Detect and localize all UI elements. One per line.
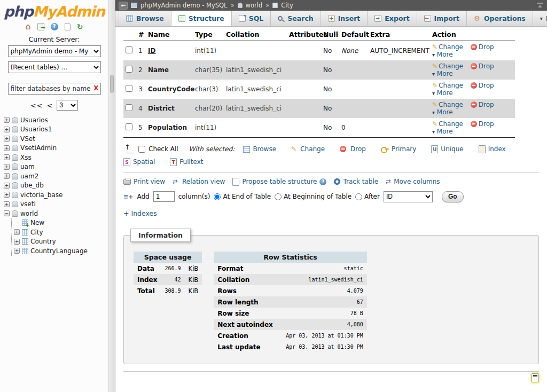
column-name[interactable]: District	[146, 99, 193, 118]
documentation-icon[interactable]	[65, 23, 71, 30]
sidebar-item-vset[interactable]: + VSet	[4, 134, 108, 144]
tab-sql[interactable]: SQL	[232, 11, 271, 26]
at-end-radio[interactable]	[214, 193, 221, 200]
radio-after[interactable]: After	[355, 193, 380, 200]
expand-icon[interactable]: +	[4, 136, 10, 142]
column-name[interactable]: Name	[146, 60, 193, 80]
change-link[interactable]: ✎Change	[432, 43, 463, 51]
sidebar-item-uam[interactable]: + uam	[4, 162, 108, 172]
more-link[interactable]: ▾ More	[432, 108, 453, 116]
collapse-icon[interactable]: −	[4, 210, 10, 216]
row-checkbox[interactable]	[126, 66, 132, 73]
drop-link[interactable]: Drop	[471, 62, 494, 70]
after-column-select[interactable]: ID	[384, 191, 433, 202]
more-link[interactable]: ▾ More	[432, 128, 453, 135]
more-link[interactable]: ▾ More	[432, 89, 453, 97]
sidebar-item-world[interactable]: − world	[4, 209, 108, 218]
drop-link[interactable]: Drop	[471, 43, 494, 51]
breadcrumb-table[interactable]: City	[281, 2, 293, 9]
tab-structure[interactable]: Structure	[171, 11, 232, 26]
drop-link[interactable]: Drop	[471, 101, 494, 108]
more-link[interactable]: ▾ More	[432, 70, 453, 77]
print-view-link[interactable]: Print view	[123, 178, 165, 185]
sidebar-item-city[interactable]: + City	[14, 228, 108, 237]
sidebar-item-usuarios1[interactable]: + Usuarios1	[4, 125, 108, 135]
expand-icon[interactable]: +	[4, 173, 10, 179]
expand-icon[interactable]: +	[4, 117, 10, 123]
expand-icon[interactable]: +	[4, 145, 10, 151]
tab-import[interactable]: Import	[417, 11, 467, 26]
go-button[interactable]: Go	[442, 191, 464, 202]
relation-view-link[interactable]: ⇄Relation view	[173, 178, 225, 185]
track-table-link[interactable]: Track table	[334, 178, 378, 185]
tab-search[interactable]: Search	[271, 11, 321, 26]
at-beginning-radio[interactable]	[275, 193, 282, 200]
column-name[interactable]: CountryCode	[146, 80, 193, 99]
tab-more[interactable]: ▾More	[533, 11, 547, 26]
divider-handle[interactable]	[110, 75, 114, 93]
filter-databases-input[interactable]	[8, 83, 101, 95]
change-link[interactable]: ✎Change	[432, 101, 463, 108]
sidebar-item-xss[interactable]: + Xss	[4, 153, 108, 162]
sidebar-resize-divider[interactable]	[108, 0, 115, 392]
selected-unique-button[interactable]: UUnique	[431, 145, 463, 153]
radio-at-beginning[interactable]: At Beginning of Table	[275, 193, 351, 200]
column-name-primary[interactable]: ID	[148, 47, 155, 54]
reload-icon[interactable]: ↻	[77, 23, 83, 30]
row-checkbox[interactable]	[126, 104, 132, 111]
expand-icon[interactable]: +	[4, 192, 10, 198]
sidebar-item-vseti[interactable]: + vseti	[4, 200, 108, 209]
sidebar-item-uam2[interactable]: + uam2	[4, 171, 108, 181]
row-checkbox[interactable]	[126, 46, 132, 53]
tab-operations[interactable]: ⚙Operations	[467, 11, 533, 26]
page-select[interactable]: 3	[57, 100, 78, 111]
column-name[interactable]: Population	[146, 118, 193, 138]
back-button[interactable]: ←	[119, 2, 128, 10]
expand-icon[interactable]: +	[4, 164, 10, 170]
tab-browse[interactable]: Browse	[119, 11, 171, 26]
selected-spatial-button[interactable]: SSpatial	[123, 158, 155, 166]
drop-link[interactable]: Drop	[471, 120, 494, 128]
change-link[interactable]: ✎Change	[432, 82, 463, 89]
sidebar-item-usuarios[interactable]: + Usuarios	[4, 115, 108, 125]
help-badge-icon[interactable]: ?	[319, 178, 326, 185]
collapse-console-icon[interactable]	[536, 2, 544, 9]
change-link[interactable]: ✎Change	[432, 62, 463, 70]
expand-icon[interactable]: +	[4, 127, 10, 132]
expand-icon[interactable]: +	[14, 248, 20, 254]
sidebar-item-ube-db[interactable]: + ube_db	[4, 181, 108, 191]
tab-export[interactable]: Export	[368, 11, 417, 26]
selected-browse-button[interactable]: Browse	[243, 145, 276, 153]
expand-icon[interactable]: +	[4, 154, 10, 160]
row-checkbox[interactable]	[126, 123, 132, 130]
tab-insert[interactable]: +Insert	[321, 11, 368, 26]
propose-structure-link[interactable]: Propose table structure?	[232, 178, 326, 186]
indexes-link[interactable]: + Indexes	[123, 209, 157, 217]
expand-icon[interactable]: +	[14, 239, 20, 245]
pager-first[interactable]: <<	[30, 101, 43, 109]
pager-prev[interactable]: <	[46, 101, 53, 109]
add-column-count-input[interactable]	[153, 191, 175, 202]
selected-primary-button[interactable]: Primary	[381, 145, 416, 153]
selected-fulltext-button[interactable]: TFulltext	[170, 158, 203, 166]
open-new-window-icon[interactable]	[532, 373, 539, 382]
change-link[interactable]: ✎Change	[432, 120, 463, 128]
logout-icon[interactable]	[37, 23, 44, 30]
radio-at-end[interactable]: At End of Table	[214, 193, 271, 200]
recent-tables-select[interactable]: (Recent tables) ...	[8, 61, 101, 73]
breadcrumb-database[interactable]: world	[246, 2, 263, 9]
expand-icon[interactable]: +	[4, 201, 10, 207]
sidebar-item-countrylanguage[interactable]: + CountryLanguage	[14, 246, 108, 256]
check-all-label[interactable]: Check All	[149, 145, 178, 153]
breadcrumb-server[interactable]: phpMyAdmin demo - MySQL	[140, 2, 227, 9]
row-checkbox[interactable]	[126, 85, 132, 92]
move-columns-link[interactable]: ⇄Move columns	[386, 178, 440, 185]
after-radio[interactable]	[355, 193, 362, 200]
sidebar-item-new-table[interactable]: New	[14, 218, 108, 228]
sidebar-item-victoria-base[interactable]: + victoria_base	[4, 190, 108, 200]
selected-drop-button[interactable]: Drop	[340, 145, 366, 153]
home-icon[interactable]: ⌂	[26, 23, 31, 30]
help-icon[interactable]: ?	[51, 23, 58, 30]
selected-index-button[interactable]: Index	[479, 145, 506, 153]
drop-link[interactable]: Drop	[471, 82, 494, 89]
